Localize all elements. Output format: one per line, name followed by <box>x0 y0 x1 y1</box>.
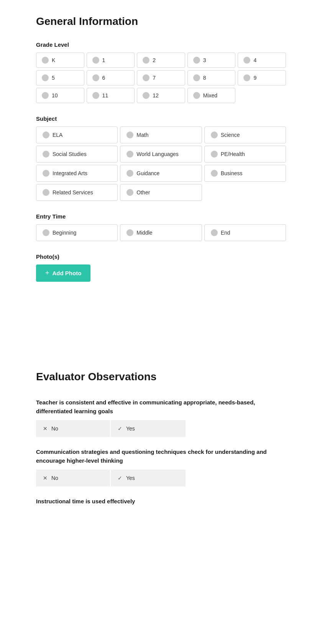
eval-option-2-yes[interactable]: ✓ Yes <box>111 470 186 486</box>
radio-circle <box>127 170 133 177</box>
radio-circle <box>143 74 150 81</box>
subject-option-pe-health[interactable]: PE/Health <box>204 146 286 163</box>
radio-circle <box>193 57 200 64</box>
entry-label-middle: Middle <box>136 230 152 236</box>
add-photo-label: Add Photo <box>53 270 82 276</box>
grade-option-k[interactable]: K <box>36 53 84 68</box>
subject-group: Subject ELA Math Science Social Studies … <box>36 115 286 201</box>
radio-circle <box>211 229 218 236</box>
grade-label-7: 7 <box>153 75 156 81</box>
radio-circle <box>143 57 150 64</box>
radio-circle <box>92 57 99 64</box>
eval-yes-label-1: Yes <box>126 426 135 432</box>
grade-option-10[interactable]: 10 <box>36 88 84 103</box>
check-icon: ✓ <box>118 475 122 481</box>
spacer <box>0 309 322 355</box>
grade-option-4[interactable]: 4 <box>238 53 286 68</box>
radio-circle <box>42 92 49 99</box>
eval-no-label-1: No <box>51 426 58 432</box>
grade-option-5[interactable]: 5 <box>36 70 84 85</box>
add-photo-button[interactable]: + Add Photo <box>36 264 90 282</box>
eval-option-1-no[interactable]: ✕ No <box>36 420 111 437</box>
grade-label-3: 3 <box>203 57 206 63</box>
subject-option-business[interactable]: Business <box>204 165 286 182</box>
grade-option-6[interactable]: 6 <box>87 70 135 85</box>
photos-group: Photo(s) + Add Photo <box>36 253 286 282</box>
radio-circle <box>127 229 133 236</box>
subject-option-other[interactable]: Other <box>120 184 202 201</box>
grade-option-12[interactable]: 12 <box>137 88 185 103</box>
radio-circle <box>243 74 250 81</box>
entry-option-middle[interactable]: Middle <box>120 224 202 241</box>
entry-option-beginning[interactable]: Beginning <box>36 224 118 241</box>
radio-circle <box>127 151 133 158</box>
subject-grid: ELA Math Science Social Studies World La… <box>36 127 286 201</box>
grade-option-7[interactable]: 7 <box>137 70 185 85</box>
subject-option-related-services[interactable]: Related Services <box>36 184 118 201</box>
subject-label-integrated-arts: Integrated Arts <box>53 170 87 176</box>
eval-question-2: Communication strategies and questioning… <box>36 448 286 486</box>
radio-circle <box>43 189 49 196</box>
eval-option-1-yes[interactable]: ✓ Yes <box>111 420 186 437</box>
radio-circle <box>43 131 49 138</box>
radio-circle <box>43 170 49 177</box>
grade-option-mixed[interactable]: Mixed <box>187 88 236 103</box>
subject-label-other: Other <box>136 189 150 196</box>
subject-option-math[interactable]: Math <box>120 127 202 143</box>
subject-option-social-studies[interactable]: Social Studies <box>36 146 118 163</box>
radio-circle <box>243 57 250 64</box>
x-icon: ✕ <box>43 426 48 432</box>
eval-question-1: Teacher is consistent and effective in c… <box>36 398 286 437</box>
entry-time-group: Entry Time Beginning Middle End <box>36 213 286 241</box>
subject-option-integrated-arts[interactable]: Integrated Arts <box>36 165 118 182</box>
grade-option-8[interactable]: 8 <box>187 70 236 85</box>
grade-option-9[interactable]: 9 <box>238 70 286 85</box>
radio-circle <box>42 74 49 81</box>
entry-option-end[interactable]: End <box>204 224 286 241</box>
grade-label-2: 2 <box>153 57 156 63</box>
subject-option-ela[interactable]: ELA <box>36 127 118 143</box>
eval-question-1-text: Teacher is consistent and effective in c… <box>36 398 286 416</box>
grade-label-mixed: Mixed <box>203 92 217 99</box>
subject-label: Subject <box>36 115 286 122</box>
entry-label-end: End <box>221 230 230 236</box>
grade-option-11[interactable]: 11 <box>87 88 135 103</box>
radio-circle <box>92 92 99 99</box>
radio-circle <box>127 131 133 138</box>
evaluator-observations-title: Evaluator Observations <box>36 371 286 383</box>
radio-circle <box>211 131 218 138</box>
eval-option-2-no[interactable]: ✕ No <box>36 470 111 486</box>
radio-circle <box>43 229 49 236</box>
subject-option-science[interactable]: Science <box>204 127 286 143</box>
entry-time-grid: Beginning Middle End <box>36 224 286 241</box>
eval-question-3: Instructional time is used effectively <box>36 497 286 506</box>
check-icon: ✓ <box>118 426 122 432</box>
grade-option-1[interactable]: 1 <box>87 53 135 68</box>
grade-label-5: 5 <box>52 75 55 81</box>
grade-label-k: K <box>52 57 55 63</box>
grade-label-1: 1 <box>102 57 105 63</box>
subject-label-world-languages: World Languages <box>136 151 178 157</box>
subject-label-pe-health: PE/Health <box>221 151 245 157</box>
eval-options-2: ✕ No ✓ Yes <box>36 470 186 486</box>
subject-option-world-languages[interactable]: World Languages <box>120 146 202 163</box>
evaluator-observations-section: Evaluator Observations Teacher is consis… <box>0 355 322 532</box>
subject-option-guidance[interactable]: Guidance <box>120 165 202 182</box>
radio-circle <box>193 74 200 81</box>
eval-question-3-text: Instructional time is used effectively <box>36 497 286 506</box>
subject-label-guidance: Guidance <box>136 170 159 176</box>
subject-label-science: Science <box>221 132 240 138</box>
plus-icon: + <box>45 269 49 277</box>
radio-circle <box>43 151 49 158</box>
grade-label-6: 6 <box>102 75 105 81</box>
radio-circle <box>211 170 218 177</box>
entry-time-label: Entry Time <box>36 213 286 220</box>
grade-label-11: 11 <box>102 92 108 99</box>
grade-level-label: Grade Level <box>36 41 286 48</box>
grade-option-3[interactable]: 3 <box>187 53 236 68</box>
general-information-title: General Information <box>36 15 286 28</box>
grade-option-2[interactable]: 2 <box>137 53 185 68</box>
general-information-section: General Information Grade Level K 1 2 3 <box>0 0 322 309</box>
eval-no-label-2: No <box>51 475 58 481</box>
radio-circle <box>211 151 218 158</box>
